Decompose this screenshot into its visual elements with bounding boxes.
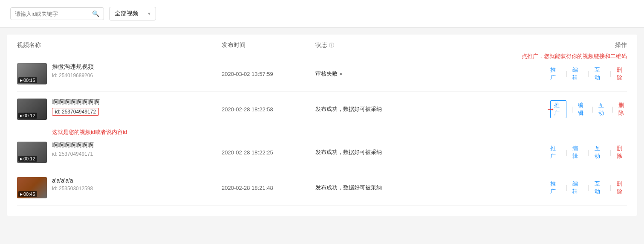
search-box[interactable]: 🔍 [10,7,104,20]
delete-button[interactable]: 删除 [618,102,627,117]
duration-text: 00:12 [23,113,35,118]
edit-button[interactable]: 编辑 [572,145,583,160]
video-info: ▶ 00:15 推微淘违规视频 id: 254019689206 [17,63,222,84]
red-arrow-icon: → [546,104,555,115]
dropdown-label: 全部视频 [115,10,139,17]
delete-button[interactable]: 删除 [617,66,627,81]
thumbnail: ▶ 00:45 [17,177,47,198]
play-icon: ▶ [20,192,23,196]
status-info-icon[interactable]: ⓘ [329,42,334,48]
divider: | [592,106,593,113]
interact-button[interactable]: 互动 [595,66,605,81]
promote-button[interactable]: 推广 [550,180,560,195]
promote-button[interactable]: 推广 [550,66,560,81]
main-content: 视频名称 发布时间 状态 ⓘ 操作 ▶ 00:15 推微淘违规视频 id: 25… [7,35,637,216]
actions: 推广 | 编辑 | 互动 | 删除 [550,180,627,195]
table-row: ▶ 00:12 啊啊啊啊啊啊啊 id: 253704949171 2020-02… [17,135,627,170]
play-icon: ▶ [20,114,23,118]
divider: | [566,149,567,156]
divider: | [588,149,589,156]
col-header-time: 发布时间 [222,41,315,49]
interact-button[interactable]: 互动 [595,145,605,160]
duration-text: 00:45 [23,192,35,197]
video-info: ▶ 00:12 啊啊啊啊啊啊啊 id: 253704949171 [17,142,222,163]
edit-button[interactable]: 编辑 [572,66,583,81]
promote-callout: 点推广，您就能获得你的视频链接和二维码 [522,52,627,60]
col-header-actions: 操作 [550,41,627,49]
publish-time: 2020-02-28 18:22:58 [222,106,315,113]
divider: | [588,70,589,77]
status: 发布成功，数据好可被采纳 [315,148,550,156]
actions: 点推广，您就能获得你的视频链接和二维码 推广 | 编辑 | 互动 | 删除 [550,66,627,81]
video-title: 啊啊啊啊啊啊啊 [52,142,94,149]
divider: | [588,184,589,191]
divider: | [566,70,567,77]
divider: | [610,184,612,191]
video-title: 啊啊啊啊啊啊啊啊 [52,99,100,106]
publish-time: 2020-03-02 13:57:59 [222,71,315,77]
table-row: ▶ 00:45 a'a'a'a'a id: 253503012598 2020-… [17,170,627,206]
chevron-down-icon: ▾ [148,11,150,17]
col-header-status: 状态 ⓘ [315,41,550,49]
video-meta: 啊啊啊啊啊啊啊 id: 253704949171 [52,142,94,157]
video-id: id: 254019689206 [52,73,94,78]
fail-info-icon[interactable]: ● [339,71,342,77]
actions: → 推广 | 编辑 | 互动 | 删除 [550,100,627,118]
play-icon: ▶ [20,157,23,161]
edit-button[interactable]: 编辑 [578,102,586,117]
play-icon: ▶ [20,78,23,82]
divider: | [566,184,567,191]
interact-button[interactable]: 互动 [598,102,607,117]
duration-text: 00:15 [23,78,35,83]
divider: | [572,106,573,113]
duration-badge: ▶ 00:12 [18,156,37,162]
id-annotation: 这就是您的视频id或者说内容id [52,128,127,136]
divider: | [610,149,612,156]
video-title: 推微淘违规视频 [52,63,94,71]
duration-badge: ▶ 00:45 [18,191,37,197]
delete-button[interactable]: 删除 [617,180,627,195]
video-meta: 啊啊啊啊啊啊啊啊 id: 253704949172 [52,99,100,116]
edit-button[interactable]: 编辑 [572,180,583,195]
search-icon: 🔍 [92,10,99,17]
duration-badge: ▶ 00:12 [18,113,37,119]
status: 发布成功，数据好可被采纳 [315,184,550,192]
status: 审核失败 ● [315,70,550,78]
divider: | [612,106,614,113]
video-info: ▶ 00:45 a'a'a'a'a id: 253503012598 [17,177,222,198]
promote-button[interactable]: 推广 [550,145,560,160]
col-header-name: 视频名称 [17,41,222,49]
duration-text: 00:12 [23,156,35,161]
actions: 推广 | 编辑 | 互动 | 删除 [550,145,627,160]
table-row: ▶ 00:15 推微淘违规视频 id: 254019689206 2020-03… [17,56,627,92]
divider: | [610,70,612,77]
video-id: id: 253704949171 [52,151,94,157]
video-title: a'a'a'a'a [52,177,93,184]
thumbnail: ▶ 00:15 [17,63,47,84]
thumbnail: ▶ 00:12 [17,99,47,120]
duration-badge: ▶ 00:15 [18,77,37,83]
table-row: ▶ 00:12 啊啊啊啊啊啊啊啊 id: 253704949172 2020-0… [17,92,627,127]
thumbnail: ▶ 00:12 [17,142,47,163]
status: 发布成功，数据好可被采纳 [315,105,550,113]
filter-dropdown[interactable]: 全部视频 ▾ [109,7,156,20]
publish-time: 2020-02-28 18:22:25 [222,149,315,156]
video-info: ▶ 00:12 啊啊啊啊啊啊啊啊 id: 253704949172 [17,99,222,120]
publish-time: 2020-02-28 18:21:48 [222,185,315,191]
video-id-highlighted: id: 253704949172 [52,108,99,116]
interact-button[interactable]: 互动 [595,180,605,195]
top-bar: 🔍 全部视频 ▾ [0,0,644,28]
search-input[interactable] [15,11,92,17]
delete-button[interactable]: 删除 [617,145,627,160]
video-meta: a'a'a'a'a id: 253503012598 [52,177,93,192]
video-meta: 推微淘违规视频 id: 254019689206 [52,63,94,78]
video-id: id: 253503012598 [52,186,93,192]
